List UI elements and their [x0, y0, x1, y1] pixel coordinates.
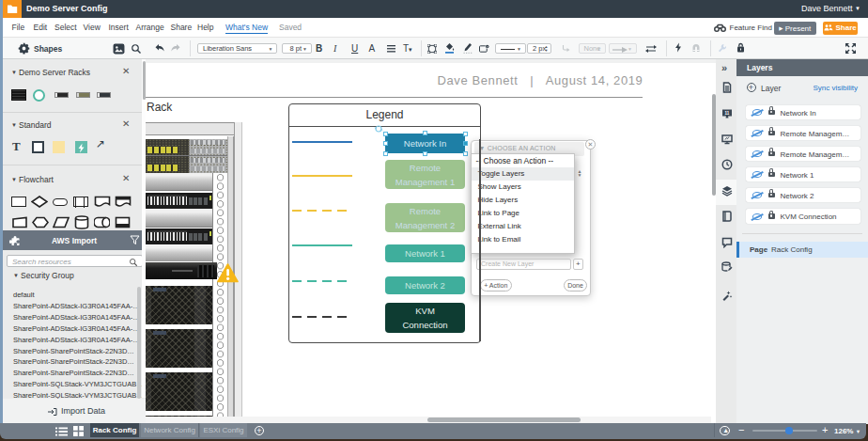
svg-text:11: 11: [724, 111, 729, 116]
